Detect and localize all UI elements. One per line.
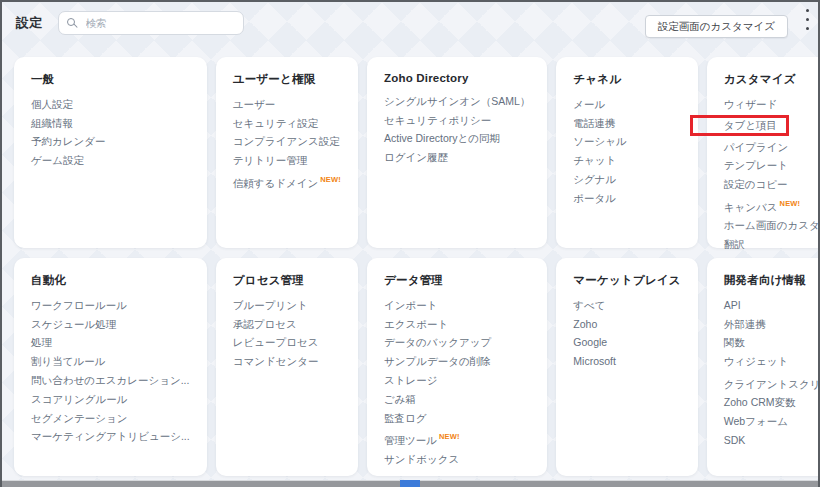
new-badge: NEW!: [320, 175, 341, 184]
settings-link-modules-and-fields[interactable]: タブと項目: [724, 114, 820, 138]
card-links: ウィザード タブと項目 パイプライン テンプレート 設定のコピー キャンバスNE…: [724, 95, 820, 254]
settings-link-calendar-booking[interactable]: 予約カレンダー: [31, 133, 190, 152]
settings-link-storage[interactable]: ストレージ: [384, 371, 530, 390]
settings-link-import[interactable]: インポート: [384, 296, 530, 315]
settings-link-webforms[interactable]: Webフォーム: [724, 412, 820, 431]
card-title: マーケットプレイス: [573, 273, 680, 288]
settings-link-users[interactable]: ユーザー: [233, 95, 341, 114]
settings-link-marketplace-google[interactable]: Google: [573, 334, 680, 353]
settings-link-case-escalation[interactable]: 問い合わせのエスカレーション...: [31, 371, 190, 390]
settings-link-label: キャンバス: [724, 201, 778, 213]
settings-link-api[interactable]: API: [724, 296, 820, 315]
settings-card-users-permissions: ユーザーと権限 ユーザー セキュリティ設定 コンプライアンス設定 テリトリー管理…: [216, 57, 358, 248]
settings-link-pipelines[interactable]: パイプライン: [724, 138, 820, 157]
settings-link-translations[interactable]: 翻訳: [724, 235, 820, 254]
settings-link-copy-customization[interactable]: 設定のコピー: [724, 175, 820, 194]
card-links: ワークフロールール スケジュール処理 処理 割り当てルール 問い合わせのエスカレ…: [31, 296, 190, 446]
settings-link-sdk[interactable]: SDK: [724, 431, 820, 450]
card-title: Zoho Directory: [384, 72, 530, 84]
card-links: ブループリント 承認プロセス レビュープロセス コマンドセンター: [233, 296, 341, 371]
settings-link-security-control[interactable]: セキュリティ設定: [233, 114, 341, 133]
page-title: 設定: [16, 11, 43, 35]
card-links: メール 電話連携 ソーシャル チャット シグナル ポータル: [573, 95, 680, 208]
card-title: ユーザーと権限: [233, 72, 341, 87]
settings-link-trusted-domains[interactable]: 信頼するドメインNEW!: [233, 170, 341, 192]
settings-page: 設定 設定画面のカスタマイズ 一般 個人設定 組織情報 予約カレンダー ゲーム設…: [0, 0, 820, 487]
settings-link-territory[interactable]: テリトリー管理: [233, 151, 341, 170]
settings-link-label: タブと項目: [724, 119, 777, 131]
settings-link-approval-process[interactable]: 承認プロセス: [233, 315, 341, 334]
annotation-red-box: タブと項目: [690, 115, 789, 136]
settings-link-review-process[interactable]: レビュープロセス: [233, 334, 341, 353]
settings-link-telephony[interactable]: 電話連携: [573, 114, 680, 133]
settings-link-assignment-rules[interactable]: 割り当てルール: [31, 352, 190, 371]
settings-link-compliance[interactable]: コンプライアンス設定: [233, 133, 341, 152]
settings-card-customization: カスタマイズ ウィザード タブと項目 パイプライン テンプレート 設定のコピー …: [707, 57, 820, 248]
card-links: すべて Zoho Google Microsoft: [573, 296, 680, 371]
customize-settings-button[interactable]: 設定画面のカスタマイズ: [645, 15, 788, 38]
new-badge: NEW!: [780, 199, 801, 208]
settings-link-marketing-attribution[interactable]: マーケティングアトリビューシ...: [31, 427, 190, 446]
settings-link-signals[interactable]: シグナル: [573, 170, 680, 189]
settings-link-export[interactable]: エクスポート: [384, 315, 530, 334]
card-title: チャネル: [573, 72, 680, 87]
settings-card-developer-space: 開発者向け情報 API 外部連携 関数 ウィジェット クライアントスクリプトNE…: [707, 258, 820, 476]
settings-link-audit-log[interactable]: 監査ログ: [384, 409, 530, 428]
settings-link-social[interactable]: ソーシャル: [573, 133, 680, 152]
settings-link-crm-variables[interactable]: Zoho CRM変数: [724, 393, 820, 412]
card-links: シングルサインオン（SAML） セキュリティポリシー Active Direct…: [384, 92, 530, 167]
dot: [806, 18, 809, 21]
card-title: 自動化: [31, 273, 190, 288]
settings-link-schedules[interactable]: スケジュール処理: [31, 315, 190, 334]
settings-link-client-script[interactable]: クライアントスクリプトNEW!: [724, 371, 820, 393]
card-links: 個人設定 組織情報 予約カレンダー ゲーム設定: [31, 95, 190, 170]
settings-link-connections[interactable]: 外部連携: [724, 315, 820, 334]
settings-link-widgets[interactable]: ウィジェット: [724, 352, 820, 371]
settings-link-segmentation[interactable]: セグメンテーション: [31, 409, 190, 428]
settings-link-workflow-rules[interactable]: ワークフロールール: [31, 296, 190, 315]
settings-link-sandbox[interactable]: サンドボックス: [384, 450, 530, 469]
settings-link-email[interactable]: メール: [573, 95, 680, 114]
settings-link-marketplace-zoho[interactable]: Zoho: [573, 315, 680, 334]
settings-card-zoho-directory: Zoho Directory シングルサインオン（SAML） セキュリティポリシ…: [367, 57, 547, 248]
settings-link-personal[interactable]: 個人設定: [31, 95, 190, 114]
settings-link-sso-saml[interactable]: シングルサインオン（SAML）: [384, 92, 530, 111]
settings-link-command-center[interactable]: コマンドセンター: [233, 352, 341, 371]
settings-link-templates[interactable]: テンプレート: [724, 157, 820, 176]
settings-link-marketplace-all[interactable]: すべて: [573, 296, 680, 315]
kebab-menu-icon[interactable]: [804, 7, 811, 32]
settings-link-company-details[interactable]: 組織情報: [31, 114, 190, 133]
horizontal-scrollbar-thumb[interactable]: [400, 480, 420, 487]
settings-link-label: 管理ツール: [384, 434, 437, 446]
settings-link-admin-tools[interactable]: 管理ツールNEW!: [384, 427, 530, 449]
settings-card-channels: チャネル メール 電話連携 ソーシャル チャット シグナル ポータル: [556, 57, 697, 248]
dot: [806, 27, 809, 30]
settings-link-home-customization[interactable]: ホーム画面のカスタマイズ: [724, 216, 820, 235]
settings-link-chat[interactable]: チャット: [573, 151, 680, 170]
settings-link-functions[interactable]: 関数: [724, 334, 820, 353]
settings-link-active-directory-sync[interactable]: Active Directoryとの同期: [384, 130, 530, 149]
dot: [806, 9, 809, 12]
card-title: データ管理: [384, 273, 530, 288]
settings-link-label: クライアントスクリプト: [724, 378, 820, 390]
settings-link-recycle-bin[interactable]: ごみ箱: [384, 390, 530, 409]
window-bottom-edge: [2, 480, 818, 487]
settings-link-gamescope[interactable]: ゲーム設定: [31, 151, 190, 170]
settings-link-wizards[interactable]: ウィザード: [724, 95, 820, 114]
settings-link-label: 信頼するドメイン: [233, 177, 318, 189]
new-badge: NEW!: [439, 432, 460, 441]
settings-link-login-history[interactable]: ログイン履歴: [384, 148, 530, 167]
card-title: 開発者向け情報: [724, 273, 820, 288]
settings-card-data-administration: データ管理 インポート エクスポート データのバックアップ サンプルデータの削除…: [367, 258, 547, 476]
card-title: 一般: [31, 72, 190, 87]
settings-link-security-policies[interactable]: セキュリティポリシー: [384, 111, 530, 130]
settings-link-scoring-rules[interactable]: スコアリングルール: [31, 390, 190, 409]
settings-link-blueprint[interactable]: ブループリント: [233, 296, 341, 315]
settings-link-marketplace-microsoft[interactable]: Microsoft: [573, 352, 680, 371]
settings-link-actions[interactable]: 処理: [31, 334, 190, 353]
settings-link-remove-sample-data[interactable]: サンプルデータの削除: [384, 352, 530, 371]
settings-link-portals[interactable]: ポータル: [573, 189, 680, 208]
search-input[interactable]: [58, 11, 244, 35]
settings-link-data-backup[interactable]: データのバックアップ: [384, 334, 530, 353]
settings-link-canvas[interactable]: キャンバスNEW!: [724, 194, 820, 216]
